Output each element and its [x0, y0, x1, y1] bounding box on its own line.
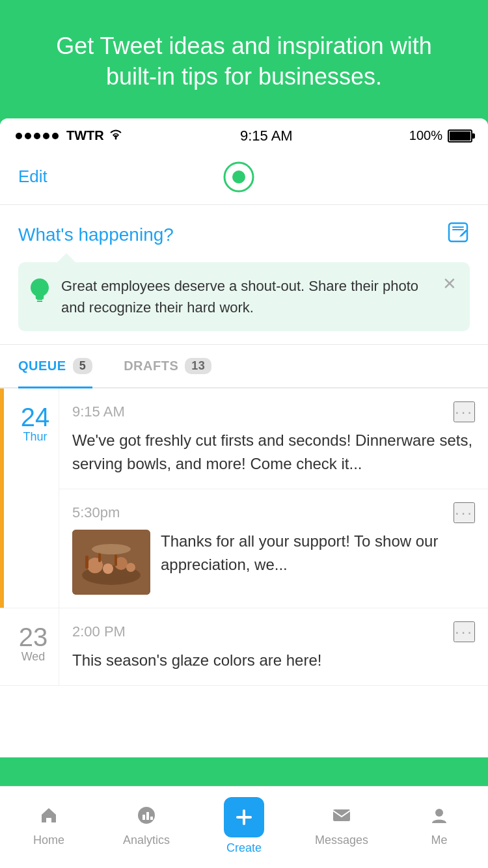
post-content: We've got freshly cut firsts and seconds… — [72, 429, 475, 476]
post-content: This season's glaze colors are here! — [72, 649, 475, 672]
status-right: 100% — [409, 128, 472, 143]
day-group-23: 23 Wed 2:00 PM ··· This season's glaze c… — [0, 608, 488, 686]
nav-item-me[interactable]: Me — [390, 806, 488, 847]
post-time: 5:30pm — [72, 504, 120, 521]
signal-dot-5 — [52, 133, 59, 139]
post-time-row: 5:30pm ··· — [72, 502, 475, 523]
tabs-bar: QUEUE 5 DRAFTS 13 — [0, 345, 488, 388]
tip-lightbulb-icon — [29, 277, 51, 308]
status-time: 9:15 AM — [240, 128, 293, 144]
tab-drafts-badge: 13 — [185, 358, 211, 374]
signal-dot-4 — [43, 133, 49, 139]
svg-rect-20 — [150, 817, 153, 820]
messages-icon — [332, 806, 351, 830]
post-item: 9:15 AM ··· We've got freshly cut firsts… — [59, 388, 488, 489]
queue-list: 24 Thur 9:15 AM ··· We've got freshly cu… — [0, 388, 488, 686]
signal-dot-2 — [25, 133, 31, 139]
post-menu-button[interactable]: ··· — [454, 401, 475, 422]
bottom-spacer — [0, 686, 488, 757]
post-thumbnail-image — [72, 530, 150, 595]
tab-drafts-label: DRAFTS — [124, 359, 178, 373]
svg-point-15 — [92, 544, 131, 554]
tab-queue[interactable]: QUEUE 5 — [18, 345, 92, 387]
carrier-label: TWTR — [66, 128, 104, 143]
nav-item-messages[interactable]: Messages — [293, 806, 390, 847]
tip-arrow — [57, 253, 75, 262]
post-text: This season's glaze colors are here! — [72, 649, 475, 672]
day-number-23: 23 — [19, 624, 48, 650]
day-name-24: Thur — [23, 430, 47, 444]
status-bar: TWTR 9:15 AM 100% — [0, 118, 488, 150]
post-content-with-image: Thanks for all your support! To show our… — [72, 530, 475, 595]
day-posts-23: 2:00 PM ··· This season's glaze colors a… — [59, 608, 488, 685]
svg-rect-14 — [115, 554, 117, 566]
nav-label-analytics: Analytics — [123, 834, 170, 847]
post-item: 5:30pm ··· — [59, 489, 488, 608]
app-logo — [222, 160, 256, 194]
post-time: 2:00 PM — [72, 623, 126, 640]
wifi-icon — [108, 128, 124, 143]
svg-rect-18 — [146, 812, 149, 820]
phone-frame: TWTR 9:15 AM 100% Edit — [0, 118, 488, 757]
tip-close-button[interactable]: ✕ — [442, 274, 457, 294]
post-menu-button[interactable]: ··· — [454, 621, 475, 642]
post-thumbnail — [72, 530, 150, 595]
svg-rect-12 — [85, 556, 88, 569]
battery-percent: 100% — [409, 128, 442, 143]
create-button[interactable] — [224, 797, 264, 837]
compose-icon[interactable] — [446, 221, 470, 249]
nav-item-analytics[interactable]: Analytics — [98, 806, 195, 847]
app-header: Edit — [0, 150, 488, 205]
edit-button[interactable]: Edit — [18, 167, 47, 187]
nav-label-me: Me — [431, 834, 447, 847]
status-left: TWTR — [16, 128, 124, 143]
nav-item-create[interactable]: Create — [195, 797, 293, 855]
svg-point-11 — [126, 563, 135, 572]
tab-queue-label: QUEUE — [18, 359, 66, 373]
tip-box: Great employees deserve a shout-out. Sha… — [18, 262, 470, 331]
tab-drafts[interactable]: DRAFTS 13 — [124, 345, 211, 387]
svg-rect-23 — [333, 809, 350, 821]
post-menu-button[interactable]: ··· — [454, 502, 475, 523]
tip-text: Great employees deserve a shout-out. Sha… — [61, 275, 432, 318]
day-number-24: 24 — [21, 404, 50, 430]
svg-point-24 — [435, 809, 443, 817]
signal-dots — [16, 133, 59, 139]
day-name-23: Wed — [21, 650, 46, 664]
promo-banner: Get Tweet ideas and inspiration with bui… — [0, 0, 488, 118]
day-label-23: 23 Wed — [0, 608, 59, 685]
battery-fill — [450, 131, 470, 141]
compose-header: What's happening? — [18, 221, 470, 249]
me-icon — [429, 806, 449, 830]
promo-text: Get Tweet ideas and inspiration with bui… — [39, 31, 449, 92]
compose-placeholder[interactable]: What's happening? — [18, 224, 174, 245]
compose-area: What's happening? Great employees deserv… — [0, 205, 488, 345]
nav-label-messages: Messages — [315, 834, 368, 847]
day-label-24: 24 Thur — [0, 388, 59, 608]
svg-point-2 — [232, 170, 245, 183]
post-time: 9:15 AM — [72, 403, 125, 420]
svg-point-0 — [115, 138, 116, 140]
tab-queue-badge: 5 — [73, 358, 93, 374]
post-text: Thanks for all your support! To show our… — [161, 530, 475, 576]
nav-item-home[interactable]: Home — [0, 806, 98, 847]
nav-label-create: Create — [226, 841, 262, 855]
nav-label-home: Home — [33, 834, 64, 847]
signal-dot-1 — [16, 133, 22, 139]
svg-rect-13 — [98, 552, 101, 562]
day-posts-24: 9:15 AM ··· We've got freshly cut firsts… — [59, 388, 488, 608]
day-group-24: 24 Thur 9:15 AM ··· We've got freshly cu… — [0, 388, 488, 608]
battery-icon — [448, 129, 472, 142]
svg-rect-17 — [142, 815, 145, 820]
post-item: 2:00 PM ··· This season's glaze colors a… — [59, 608, 488, 685]
post-time-row: 2:00 PM ··· — [72, 621, 475, 642]
post-text: We've got freshly cut firsts and seconds… — [72, 429, 475, 476]
signal-dot-3 — [34, 133, 40, 139]
post-time-row: 9:15 AM ··· — [72, 401, 475, 422]
svg-point-9 — [103, 563, 113, 574]
bottom-nav: Home Analytics Create — [0, 786, 488, 868]
analytics-icon — [137, 806, 156, 830]
home-icon — [39, 806, 59, 830]
